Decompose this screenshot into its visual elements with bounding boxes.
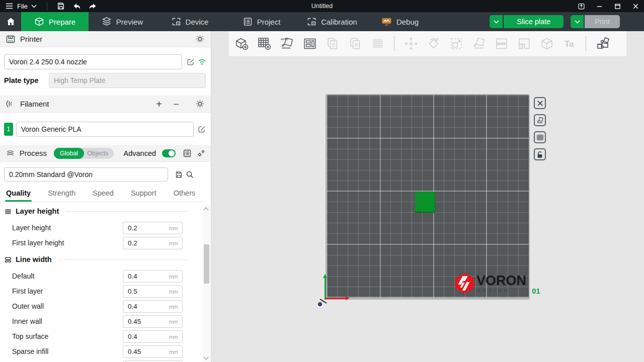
process-tab-strength[interactable]: Strength xyxy=(48,189,75,202)
scope-objects-option[interactable]: Objects xyxy=(84,150,113,157)
process-tab-speed[interactable]: Speed xyxy=(93,189,114,202)
auto-orient-icon: AUTO xyxy=(280,36,295,51)
save-preset-button[interactable] xyxy=(173,169,184,180)
process-tabs: Quality Strength Speed Support Others xyxy=(0,186,202,202)
printer-settings-button[interactable] xyxy=(194,34,205,45)
close-button[interactable] xyxy=(630,1,641,12)
add-filament-button[interactable]: + xyxy=(153,99,165,109)
first-layer-height-input[interactable]: 0.2 mm xyxy=(123,237,183,249)
text-tool-button[interactable]: Ta xyxy=(561,36,578,52)
scope-global-option[interactable]: Global xyxy=(54,148,84,159)
line-width-top-surface-input[interactable]: 0.4 mm xyxy=(123,330,183,343)
parameters-scrollbar[interactable] xyxy=(203,205,210,362)
maximize-button[interactable] xyxy=(612,1,623,12)
svg-text:0: 0 xyxy=(332,42,335,48)
arrange-plate-button[interactable] xyxy=(534,131,546,143)
search-preset-button[interactable] xyxy=(184,169,195,180)
edit-icon xyxy=(198,125,206,133)
process-settings-button[interactable] xyxy=(197,148,205,159)
split-to-objects-button[interactable] xyxy=(493,36,510,52)
lay-flat-button[interactable] xyxy=(470,36,487,52)
upload-button[interactable] xyxy=(576,1,587,12)
tab-device[interactable]: Device xyxy=(156,12,224,31)
filament-preset-select[interactable]: Voron Generic PLA xyxy=(16,122,194,137)
process-tab-others[interactable]: Others xyxy=(174,189,196,202)
assembly-view-button[interactable] xyxy=(594,36,611,52)
redo-icon xyxy=(89,3,97,10)
delete-plate-button[interactable] xyxy=(534,97,546,109)
chevron-down-icon xyxy=(494,20,499,24)
home-tab[interactable] xyxy=(0,12,21,31)
tab-preview[interactable]: Preview xyxy=(89,12,156,31)
add-plate-icon xyxy=(257,36,272,51)
auto-orient-plate-button[interactable] xyxy=(534,114,546,126)
lock-plate-button[interactable] xyxy=(534,148,546,160)
filament-settings-button[interactable] xyxy=(194,99,205,110)
add-model-button[interactable] xyxy=(233,36,250,52)
viewport-toolbar: AUTO 0 P xyxy=(229,31,626,56)
tab-project[interactable]: Project xyxy=(229,12,294,31)
process-tab-support[interactable]: Support xyxy=(131,189,156,202)
layer-height-input[interactable]: 0.2 mm xyxy=(123,222,183,234)
list-icon xyxy=(183,149,191,157)
line-width-first-layer-input[interactable]: 0.5 mm xyxy=(123,285,183,298)
save-button[interactable] xyxy=(55,1,66,12)
3d-viewport[interactable]: AUTO 0 P xyxy=(212,31,644,362)
process-tab-quality[interactable]: Quality xyxy=(6,189,31,202)
maximize-icon xyxy=(614,3,621,10)
save-icon xyxy=(57,2,65,10)
scroll-down-arrow[interactable] xyxy=(204,355,209,360)
arrange-button[interactable] xyxy=(301,36,318,52)
line-width-default-input[interactable]: 0.4 mm xyxy=(123,270,183,283)
printer-connection-button[interactable] xyxy=(196,56,207,67)
copy-button[interactable]: 0 xyxy=(324,36,341,52)
variable-layer-height-button[interactable] xyxy=(369,36,386,52)
paste-button[interactable]: P xyxy=(347,36,363,52)
parameter-list-button[interactable] xyxy=(183,148,192,159)
edit-filament-button[interactable] xyxy=(196,124,207,135)
advanced-toggle[interactable] xyxy=(162,149,176,157)
remove-filament-button[interactable]: − xyxy=(170,99,182,109)
split-to-parts-button[interactable] xyxy=(516,36,532,52)
auto-orient-button[interactable]: AUTO xyxy=(279,36,295,52)
file-menu-button[interactable]: File xyxy=(4,0,39,12)
scale-button[interactable] xyxy=(448,36,464,52)
arrange-plate-icon xyxy=(536,134,544,141)
scroll-up-arrow[interactable] xyxy=(204,208,209,213)
add-plate-button[interactable] xyxy=(256,36,273,52)
redo-button[interactable] xyxy=(88,1,99,12)
tab-debug[interactable]: Debug xyxy=(370,12,430,31)
move-icon xyxy=(404,36,419,51)
filament-slot-badge: 1 xyxy=(4,123,13,136)
move-button[interactable] xyxy=(403,36,419,52)
slice-options-dropdown[interactable] xyxy=(490,15,503,28)
process-preset-select[interactable]: 0.20mm Standard @Voron xyxy=(4,167,168,182)
tab-calibration[interactable]: Calibration xyxy=(294,12,370,31)
line-width-inner-wall-input[interactable]: 0.45 mm xyxy=(123,315,183,328)
slice-plate-button[interactable]: Slice plate xyxy=(504,15,564,28)
mesh-boolean-button[interactable] xyxy=(538,36,555,52)
lock-open-icon xyxy=(536,151,543,158)
plate-type-select[interactable]: High Temp Plate xyxy=(49,73,206,88)
svg-text:Ta: Ta xyxy=(565,39,574,49)
scrollbar-thumb[interactable] xyxy=(204,244,209,284)
model-cube[interactable] xyxy=(415,192,435,213)
print-options-dropdown[interactable] xyxy=(571,15,584,28)
logo-subtitle: DESIGN xyxy=(476,289,526,293)
line-width-sparse-infill-input[interactable]: 0.45 mm xyxy=(123,345,183,358)
param-row: Sparse infill 0.45 mm xyxy=(0,345,202,358)
line-width-outer-wall-input[interactable]: 0.4 mm xyxy=(123,300,183,313)
rotate-button[interactable] xyxy=(425,36,442,52)
tab-prepare[interactable]: Prepare xyxy=(21,12,89,31)
process-scope-toggle[interactable]: Global Objects xyxy=(54,148,114,159)
tab-prepare-label: Prepare xyxy=(49,18,75,26)
slicer-window: File Untitled xyxy=(0,0,644,362)
undo-button[interactable] xyxy=(71,1,83,12)
build-plate[interactable]: VORON DESIGN xyxy=(326,94,530,300)
advanced-label: Advanced xyxy=(124,149,156,157)
minimize-button[interactable] xyxy=(594,1,605,12)
print-button[interactable]: Print xyxy=(585,15,620,28)
toolbar-divider xyxy=(586,36,586,51)
edit-printer-button[interactable] xyxy=(185,56,196,67)
printer-preset-select[interactable]: Voron 2.4 250 0.4 nozzle xyxy=(4,54,182,69)
